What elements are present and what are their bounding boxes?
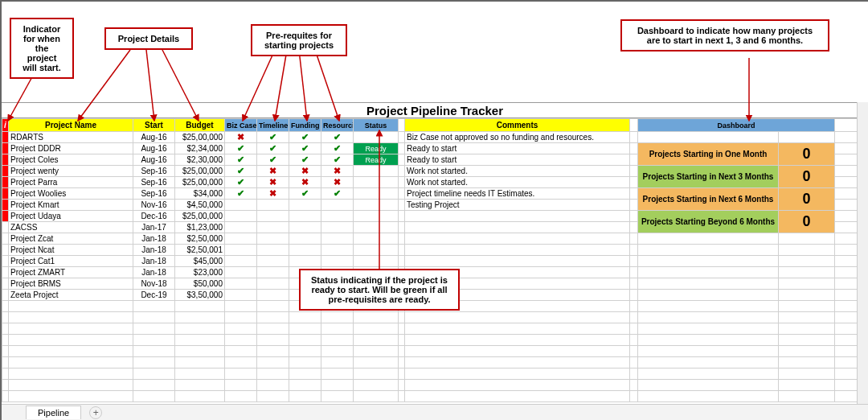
table-row[interactable]: Project WooliesSep-16$34,000✔✖✔✔Project … <box>2 188 868 200</box>
cell-budget[interactable]: $3,50,000 <box>175 290 225 301</box>
table-row[interactable]: Project UdayaDec-16$25,00,000Projects St… <box>2 211 868 222</box>
cell-budget[interactable]: $2,34,000 <box>175 143 225 154</box>
cell-start[interactable]: Jan-17 <box>133 222 175 233</box>
table-row[interactable] <box>2 391 868 402</box>
indicator-cell[interactable] <box>2 290 9 301</box>
cell-start[interactable]: Jan-18 <box>133 245 175 256</box>
table-row[interactable] <box>2 369 868 380</box>
cell-project-name[interactable]: Project ZMART <box>9 267 133 278</box>
cell-start[interactable]: Sep-16 <box>133 188 175 200</box>
table-row[interactable] <box>2 335 868 346</box>
cell-project-name[interactable]: Project Woolies <box>9 188 133 200</box>
cell-start[interactable]: Nov-18 <box>133 278 175 290</box>
indicator-cell[interactable] <box>2 188 9 200</box>
hdr-budget[interactable]: Budget <box>175 119 225 132</box>
cell-start[interactable]: Sep-16 <box>133 177 175 188</box>
cell-project-name[interactable]: Project BRMS <box>9 278 133 290</box>
cell-start[interactable]: Nov-16 <box>133 200 175 211</box>
hdr-comments[interactable]: Comments <box>405 119 630 132</box>
add-sheet-button[interactable]: + <box>89 406 102 419</box>
table-row[interactable] <box>2 312 868 323</box>
cell-budget[interactable]: $2,50,001 <box>175 245 225 256</box>
indicator-cell[interactable] <box>2 222 9 233</box>
indicator-cell[interactable] <box>2 166 9 177</box>
cell-comment[interactable]: Work not started. <box>405 166 630 177</box>
cell-budget[interactable]: $2,30,000 <box>175 154 225 166</box>
cell-start[interactable]: Aug-16 <box>133 132 175 143</box>
hdr-status[interactable]: Status <box>354 119 399 132</box>
cell-comment[interactable]: Ready to start <box>405 154 630 166</box>
table-row[interactable]: Project Cat1Jan-18$45,000 <box>2 256 868 267</box>
hdr-start[interactable]: Start <box>133 119 175 132</box>
table-row[interactable]: RDARTSAug-16$25,00,000✖✔✔✔Biz Case not a… <box>2 132 868 143</box>
cell-comment[interactable]: Project timeline needs IT Estimates. <box>405 188 630 200</box>
cell-project-name[interactable]: Project Zcat <box>9 233 133 245</box>
indicator-cell[interactable] <box>2 132 9 143</box>
cell-budget[interactable]: $25,00,000 <box>175 132 225 143</box>
hdr-indicator[interactable]: i <box>2 119 9 132</box>
cell-start[interactable]: Sep-16 <box>133 166 175 177</box>
cell-comment[interactable] <box>405 211 630 222</box>
indicator-cell[interactable] <box>2 177 9 188</box>
indicator-cell[interactable] <box>2 200 9 211</box>
cell-project-name[interactable]: RDARTS <box>9 132 133 143</box>
cell-budget[interactable]: $25,00,000 <box>175 211 225 222</box>
cell-start[interactable]: Aug-16 <box>133 143 175 154</box>
indicator-cell[interactable] <box>2 233 9 245</box>
hdr-project-name[interactable]: Project Name <box>9 119 133 132</box>
cell-start[interactable]: Dec-19 <box>133 290 175 301</box>
cell-start[interactable]: Aug-16 <box>133 154 175 166</box>
cell-budget[interactable]: $4,50,000 <box>175 200 225 211</box>
cell-project-name[interactable]: ZACSS <box>9 222 133 233</box>
status-ready[interactable]: Ready <box>354 154 399 166</box>
table-row[interactable] <box>2 380 868 391</box>
cell-comment[interactable] <box>405 233 630 245</box>
cell-budget[interactable]: $25,00,000 <box>175 177 225 188</box>
hdr-funding[interactable]: Funding <box>289 119 321 132</box>
hdr-timeline[interactable]: Timeline <box>257 119 289 132</box>
indicator-cell[interactable] <box>2 267 9 278</box>
table-row[interactable] <box>2 346 868 357</box>
hdr-bizcase[interactable]: Biz Case <box>225 119 257 132</box>
vertical-scrollbar[interactable] <box>857 102 868 404</box>
tab-pipeline[interactable]: Pipeline <box>26 406 81 419</box>
cell-budget[interactable]: $25,00,000 <box>175 166 225 177</box>
cell-project-name[interactable]: Project wenty <box>9 166 133 177</box>
indicator-cell[interactable] <box>2 245 9 256</box>
cell-comment[interactable]: Ready to start <box>405 143 630 154</box>
cell-start[interactable]: Jan-18 <box>133 256 175 267</box>
cell-comment[interactable]: Work not started. <box>405 177 630 188</box>
cell-budget[interactable]: $34,000 <box>175 188 225 200</box>
cell-budget[interactable]: $2,50,000 <box>175 233 225 245</box>
cell-project-name[interactable]: Project Udaya <box>9 211 133 222</box>
table-row[interactable]: Project wentySep-16$25,00,000✔✖✖✖Work no… <box>2 166 868 177</box>
cell-start[interactable]: Jan-18 <box>133 233 175 245</box>
cell-budget[interactable]: $23,000 <box>175 267 225 278</box>
cell-project-name[interactable]: Zeeta Project <box>9 290 133 301</box>
indicator-cell[interactable] <box>2 278 9 290</box>
indicator-cell[interactable] <box>2 256 9 267</box>
hdr-resourcing[interactable]: Resourcing <box>321 119 354 132</box>
cell-budget[interactable]: $50,000 <box>175 278 225 290</box>
cell-project-name[interactable]: Project DDDR <box>9 143 133 154</box>
table-row[interactable] <box>2 357 868 369</box>
table-row[interactable]: Project ZcatJan-18$2,50,000 <box>2 233 868 245</box>
cell-project-name[interactable]: Project Cat1 <box>9 256 133 267</box>
table-row[interactable] <box>2 323 868 335</box>
cell-comment[interactable]: Biz Case not approved so no funding and … <box>405 132 630 143</box>
cell-comment[interactable] <box>405 256 630 267</box>
cell-project-name[interactable]: Project Kmart <box>9 200 133 211</box>
status-ready[interactable]: Ready <box>354 143 399 154</box>
indicator-cell[interactable] <box>2 211 9 222</box>
cell-comment[interactable]: Testing Project <box>405 200 630 211</box>
cell-project-name[interactable]: Project Coles <box>9 154 133 166</box>
cell-comment[interactable] <box>405 245 630 256</box>
cell-budget[interactable]: $1,23,000 <box>175 222 225 233</box>
pipeline-table[interactable]: i Project Name Start Budget Biz Case Tim… <box>2 118 868 402</box>
table-row[interactable]: Project DDDRAug-16$2,34,000✔✔✔✔ReadyRead… <box>2 143 868 154</box>
cell-budget[interactable]: $45,000 <box>175 256 225 267</box>
hdr-dashboard[interactable]: Dashboard <box>638 119 835 132</box>
cell-start[interactable]: Dec-16 <box>133 211 175 222</box>
table-row[interactable]: Project NcatJan-18$2,50,001 <box>2 245 868 256</box>
indicator-cell[interactable] <box>2 154 9 166</box>
